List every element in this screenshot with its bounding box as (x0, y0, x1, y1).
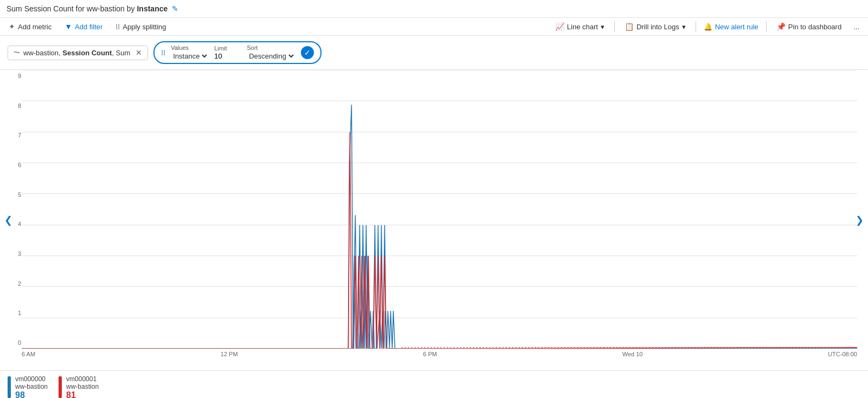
line-chart-chevron-icon: ▾ (601, 23, 605, 31)
add-filter-icon: ▼ (65, 22, 72, 31)
x-axis: 6 AM 12 PM 6 PM Wed 10 UTC-08:00 (22, 349, 857, 370)
y-tick-9: 9 (2, 73, 21, 79)
chart-nav-right-button[interactable]: ❯ (851, 210, 868, 230)
pin-to-dashboard-button[interactable]: 📌 Pin to dashboard (774, 21, 844, 32)
chart-area: ❮ ❯ 0 1 2 3 4 5 6 7 8 9 (0, 70, 868, 370)
more-options-button[interactable]: ... (851, 22, 861, 32)
sort-select[interactable]: Descending Ascending (247, 52, 295, 61)
apply-splitting-icon: ⁞⁞ (115, 22, 120, 31)
x-tick-utc: UTC-08:00 (828, 351, 857, 357)
x-tick-6pm: 6 PM (423, 351, 437, 357)
new-alert-rule-button[interactable]: 🔔 New alert rule (704, 23, 758, 31)
legend-info-1: vm000001 ww-bastion 81 (66, 375, 99, 398)
line-chart-icon: 📈 (555, 22, 564, 31)
legend-value-1: 81 (66, 390, 99, 398)
limit-input[interactable] (214, 52, 241, 60)
values-label: Values (171, 44, 209, 51)
legend-sublabel-0: ww-bastion (15, 383, 48, 390)
drill-into-logs-button[interactable]: 📋 Drill into Logs ▾ (622, 21, 688, 32)
limit-label: Limit (214, 45, 241, 52)
drill-logs-icon: 📋 (625, 22, 634, 31)
chart-nav-left-button[interactable]: ❮ (0, 210, 17, 230)
legend-item-1: vm000001 ww-bastion 81 (59, 375, 99, 398)
chart-title-area: Sum Session Count for ww-bastion by Inst… (7, 4, 178, 13)
legend-label-0: vm000000 (15, 375, 48, 383)
red-osc1 (357, 256, 857, 349)
values-select[interactable]: Instance (171, 52, 209, 61)
divider3 (766, 21, 767, 32)
y-axis: 0 1 2 3 4 5 6 7 8 9 (0, 70, 22, 349)
y-tick-6: 6 (2, 162, 21, 168)
chart-svg-container (22, 70, 857, 349)
y-tick-8: 8 (2, 102, 21, 109)
legend-swatch-0 (8, 376, 11, 398)
red-line (22, 132, 357, 349)
add-filter-button[interactable]: ▼ Add filter (62, 21, 105, 32)
divider2 (696, 21, 696, 32)
x-tick-wed10: Wed 10 (622, 351, 643, 357)
legend-label-1: vm000001 (66, 375, 99, 383)
legend-swatch-1 (59, 376, 62, 398)
split-icon: ⁞⁞ (161, 48, 165, 57)
legend-info-0: vm000000 ww-bastion 98 (15, 375, 48, 398)
metric-chip-close[interactable]: ✕ (136, 48, 142, 57)
pin-icon: 📌 (776, 22, 786, 31)
limit-field: Limit (214, 45, 241, 60)
toolbar-left: ✦ Add metric ▼ Add filter ⁞⁞ Apply split… (7, 21, 169, 32)
y-tick-1: 1 (2, 310, 21, 316)
x-tick-6am: 6 AM (22, 351, 35, 357)
title-bar: Sum Session Count for ww-bastion by Inst… (0, 0, 868, 18)
add-metric-icon: ✦ (9, 22, 15, 31)
sort-field: Sort Descending Ascending (247, 44, 295, 61)
drill-logs-chevron-icon: ▾ (682, 23, 686, 31)
splitting-panel: 〜 ww-bastion, Session Count, Sum ✕ ⁞⁞ Va… (0, 36, 868, 70)
legend-value-0: 98 (15, 390, 48, 398)
metric-chip: 〜 ww-bastion, Session Count, Sum ✕ (8, 46, 148, 60)
y-tick-2: 2 (2, 280, 21, 287)
y-tick-5: 5 (2, 191, 21, 198)
y-tick-3: 3 (2, 251, 21, 257)
edit-title-icon[interactable]: ✎ (172, 4, 178, 13)
sort-label: Sort (247, 44, 295, 51)
apply-splitting-button[interactable]: ⁞⁞ Apply splitting (113, 21, 168, 32)
splitting-box: ⁞⁞ Values Instance Limit Sort Descending… (153, 41, 322, 64)
metric-chip-icon: 〜 (14, 48, 20, 57)
legend: vm000000 ww-bastion 98 vm000001 ww-basti… (0, 370, 868, 398)
x-tick-12pm: 12 PM (221, 351, 238, 357)
legend-sublabel-1: ww-bastion (66, 383, 99, 390)
y-tick-7: 7 (2, 132, 21, 138)
blue-line (22, 215, 857, 349)
toolbar-right: 📈 Line chart ▾ 📋 Drill into Logs ▾ 🔔 New… (553, 21, 861, 32)
metric-chip-label: ww-bastion, Session Count, Sum (23, 49, 130, 57)
confirm-splitting-button[interactable]: ✓ (301, 46, 314, 59)
add-metric-button[interactable]: ✦ Add metric (7, 21, 54, 32)
divider (614, 21, 615, 32)
line-chart-button[interactable]: 📈 Line chart ▾ (553, 21, 607, 32)
values-field: Values Instance (171, 44, 209, 61)
legend-item-0: vm000000 ww-bastion 98 (8, 375, 48, 398)
y-tick-0: 0 (2, 339, 21, 346)
new-alert-icon: 🔔 (704, 23, 712, 31)
main-toolbar: ✦ Add metric ▼ Add filter ⁞⁞ Apply split… (0, 18, 868, 36)
chart-svg (22, 70, 857, 349)
page-title: Sum Session Count for ww-bastion by Inst… (7, 4, 168, 13)
